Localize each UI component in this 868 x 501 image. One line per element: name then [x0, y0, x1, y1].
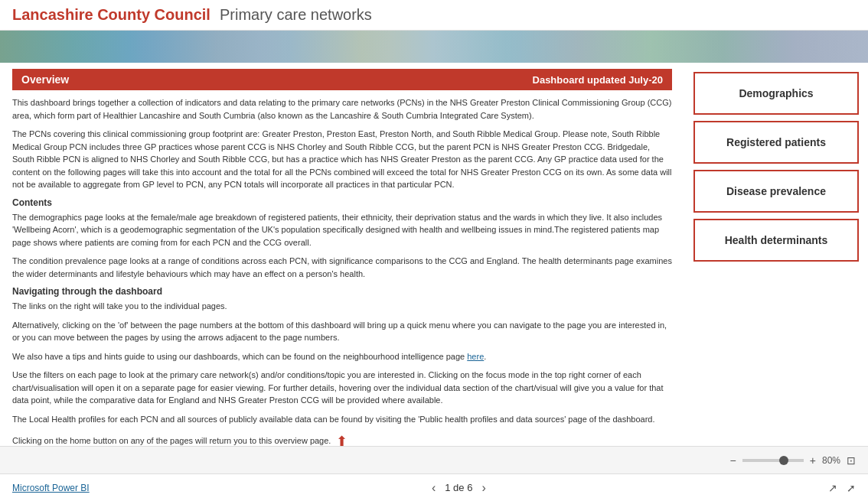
right-panel: Demographics Registered patients Disease…: [684, 63, 868, 446]
nav-paragraph-4: Use the filters on each page to look at …: [12, 369, 672, 407]
here-link[interactable]: here: [467, 352, 484, 361]
zoom-slider[interactable]: [742, 459, 804, 462]
nav-paragraph-3: We also have a tips and hints guide to u…: [12, 350, 672, 363]
nav-paragraph-6: Clicking on the home button on any of th…: [12, 431, 672, 446]
page-indicator: 1 de 6: [445, 482, 472, 493]
next-page-button[interactable]: ›: [481, 481, 485, 495]
contents-paragraph-1: The demographics page looks at the femal…: [12, 211, 672, 249]
nav-paragraph-1: The links on the right will take you to …: [12, 300, 672, 313]
intro-paragraph-2: The PCNs covering this clinical commissi…: [12, 128, 672, 191]
left-panel: Overview Dashboard updated July-20 This …: [0, 63, 684, 446]
registered-patients-button[interactable]: Registered patients: [693, 121, 859, 164]
health-determinants-button[interactable]: Health determinants: [693, 219, 859, 262]
powerbi-bar: Microsoft Power BI ‹ 1 de 6 › ↗ ➚: [0, 473, 868, 501]
zoom-control: − + 80% ⊡: [730, 454, 856, 467]
intro-paragraph-1: This dashboard brings together a collect…: [12, 96, 672, 122]
fit-page-button[interactable]: ⊡: [847, 454, 856, 467]
logo: Lancashire County Council: [12, 6, 210, 24]
share-button[interactable]: ↗: [828, 482, 837, 494]
page-title: Primary care networks: [220, 6, 372, 24]
contents-title: Contents: [12, 197, 672, 208]
navigating-title: Navigating through the dashboard: [12, 286, 672, 297]
zoom-out-button[interactable]: −: [730, 454, 736, 467]
nav-paragraph-5: The Local Health profiles for each PCN a…: [12, 413, 672, 426]
page-navigation: ‹ 1 de 6 ›: [432, 481, 486, 495]
nav-paragraph-2: Alternatively, clicking on the 'of' betw…: [12, 319, 672, 344]
zoom-slider-thumb: [779, 456, 788, 465]
prev-page-button[interactable]: ‹: [432, 481, 436, 495]
fullscreen-button[interactable]: ➚: [847, 482, 856, 494]
powerbi-link[interactable]: Microsoft Power BI: [12, 483, 90, 493]
disease-prevalence-button[interactable]: Disease prevalence: [693, 170, 859, 213]
zoom-in-button[interactable]: +: [810, 454, 816, 467]
toolbar-icons: ↗ ➚: [828, 482, 856, 494]
contents-paragraph-2: The condition prevalence page looks at a…: [12, 255, 672, 280]
zoom-bar: − + 80% ⊡: [0, 446, 868, 473]
main-content: Overview Dashboard updated July-20 This …: [0, 63, 868, 446]
banner-image: [0, 31, 868, 63]
overview-bar: Overview Dashboard updated July-20: [12, 69, 672, 90]
dashboard-updated: Dashboard updated July-20: [533, 74, 663, 86]
header: Lancashire County Council Primary care n…: [0, 0, 868, 31]
zoom-level: 80%: [822, 455, 840, 466]
demographics-button[interactable]: Demographics: [693, 72, 859, 115]
overview-title: Overview: [21, 73, 69, 86]
home-arrow-icon: ⬆: [336, 434, 348, 446]
